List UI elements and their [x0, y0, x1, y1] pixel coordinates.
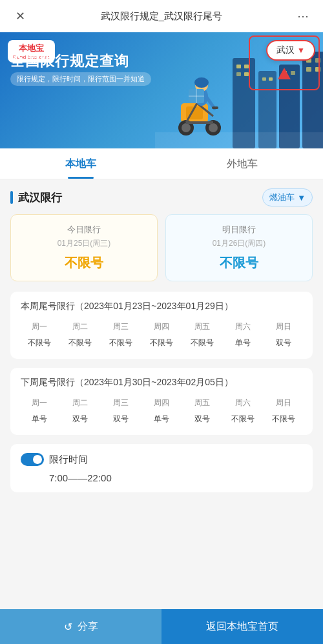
top-bar: ✕ 武汉限行规定_武汉限行尾号 ⋯ — [0, 0, 323, 32]
tomorrow-date: 01月26日(周四) — [174, 238, 304, 249]
this-week-grid: 周一 周二 周三 周四 周五 周六 周日 不限号 不限号 不限号 不限号 不限号… — [21, 320, 302, 350]
next-week-thu: 单号 — [143, 412, 181, 426]
svg-rect-11 — [291, 71, 295, 75]
today-date: 01月25日(周三) — [19, 238, 149, 249]
next-week-header-thu: 周四 — [143, 396, 181, 410]
week-header-tue: 周二 — [61, 320, 99, 334]
today-card: 今日限行 01月25日(周三) 不限号 — [10, 214, 158, 281]
time-label: 限行时间 — [49, 454, 88, 466]
this-week-wed: 不限号 — [102, 336, 140, 350]
tomorrow-label: 明日限行 — [174, 224, 304, 236]
next-week-section: 下周尾号限行（2023年01月30日~2023年02月05日） 周一 周二 周三… — [10, 368, 313, 435]
home-button[interactable]: 返回本地宝首页 — [162, 609, 323, 644]
time-header: 限行时间 — [21, 453, 302, 466]
share-icon: ↺ — [64, 621, 72, 633]
share-label: 分享 — [78, 620, 98, 634]
limit-cards: 今日限行 01月25日(周三) 不限号 明日限行 01月26日(周四) 不限号 — [10, 214, 313, 281]
svg-point-22 — [209, 123, 218, 132]
svg-rect-6 — [236, 72, 241, 76]
close-icon[interactable]: ✕ — [10, 9, 30, 23]
svg-point-28 — [194, 77, 209, 88]
next-week-mon: 单号 — [21, 412, 59, 426]
city-selector[interactable]: 武汉 ▼ — [266, 40, 315, 61]
banner: 本地宝 Bendibao.com 全国限行规定查询 限行规定，限行时间，限行范围… — [0, 32, 323, 148]
svg-rect-14 — [306, 67, 311, 72]
bottom-bar: ↺ 分享 返回本地宝首页 — [0, 609, 323, 644]
time-toggle[interactable] — [21, 453, 44, 466]
home-label: 返回本地宝首页 — [206, 620, 278, 634]
this-week-tue: 不限号 — [61, 336, 99, 350]
fuel-label: 燃油车 — [269, 192, 295, 203]
next-week-sun: 不限号 — [264, 412, 302, 426]
week-header-sun: 周日 — [264, 320, 302, 334]
next-week-wed: 双号 — [102, 412, 140, 426]
svg-rect-7 — [244, 72, 249, 76]
tomorrow-value: 不限号 — [174, 254, 304, 272]
banner-subtitle: 限行规定，限行时间，限行范围一并知道 — [10, 72, 151, 86]
this-week-section: 本周尾号限行（2023年01月23日~2023年01月29日） 周一 周二 周三… — [10, 292, 313, 359]
next-week-header-fri: 周五 — [183, 396, 221, 410]
week-header-sat: 周六 — [224, 320, 262, 334]
fuel-arrow-icon: ▼ — [297, 193, 306, 203]
fuel-type-selector[interactable]: 燃油车 ▼ — [262, 188, 313, 206]
week-header-fri: 周五 — [183, 320, 221, 334]
page-title: 武汉限行规定_武汉限行尾号 — [30, 10, 293, 23]
main-content: 武汉限行 燃油车 ▼ 今日限行 01月25日(周三) 不限号 明日限行 01月2… — [0, 179, 323, 549]
this-week-title: 本周尾号限行（2023年01月23日~2023年01月29日） — [21, 301, 302, 312]
svg-rect-8 — [262, 77, 266, 81]
next-week-fri: 双号 — [183, 412, 221, 426]
banner-title: 全国限行规定查询 — [10, 52, 129, 71]
section-indicator — [10, 191, 13, 204]
week-header-thu: 周四 — [143, 320, 181, 334]
week-header-wed: 周三 — [102, 320, 140, 334]
city-name: 武汉 — [276, 45, 295, 56]
share-button[interactable]: ↺ 分享 — [0, 609, 162, 644]
next-week-tue: 双号 — [61, 412, 99, 426]
svg-rect-5 — [244, 65, 249, 68]
this-week-sat: 单号 — [224, 336, 262, 350]
next-week-header-wed: 周三 — [102, 396, 140, 410]
this-week-fri: 不限号 — [183, 336, 221, 350]
tab-local[interactable]: 本地车 — [0, 148, 162, 179]
svg-rect-9 — [269, 77, 273, 81]
time-value: 7:00——22:00 — [49, 472, 302, 483]
this-week-mon: 不限号 — [21, 336, 59, 350]
red-arrow-icon — [278, 68, 291, 79]
next-week-header-mon: 周一 — [21, 396, 59, 410]
next-week-grid: 周一 周二 周三 周四 周五 周六 周日 单号 双号 双号 单号 双号 不限号 … — [21, 396, 302, 426]
tab-outside[interactable]: 外地车 — [162, 148, 323, 179]
svg-point-20 — [182, 123, 191, 132]
this-week-thu: 不限号 — [143, 336, 181, 350]
section-title: 武汉限行 — [18, 190, 62, 205]
next-week-header-sat: 周六 — [224, 396, 262, 410]
city-dropdown-arrow-icon: ▼ — [297, 46, 305, 55]
section-header: 武汉限行 燃油车 ▼ — [10, 188, 313, 206]
section-title-wrap: 武汉限行 — [10, 190, 62, 205]
tabs-container: 本地车 外地车 — [0, 148, 323, 179]
next-week-title: 下周尾号限行（2023年01月30日~2023年02月05日） — [21, 377, 302, 388]
svg-rect-30 — [212, 106, 218, 109]
svg-rect-4 — [236, 65, 241, 68]
next-week-header-sun: 周日 — [264, 396, 302, 410]
svg-rect-13 — [315, 58, 320, 63]
tomorrow-card: 明日限行 01月26日(周四) 不限号 — [165, 214, 313, 281]
next-week-header-tue: 周二 — [61, 396, 99, 410]
time-section: 限行时间 7:00——22:00 — [10, 444, 313, 492]
svg-rect-16 — [155, 132, 323, 148]
next-week-sat: 不限号 — [224, 412, 262, 426]
svg-rect-15 — [315, 67, 320, 72]
today-value: 不限号 — [19, 254, 149, 272]
more-icon[interactable]: ⋯ — [293, 9, 313, 23]
this-week-sun: 双号 — [264, 336, 302, 350]
today-label: 今日限行 — [19, 224, 149, 236]
week-header-mon: 周一 — [21, 320, 59, 334]
